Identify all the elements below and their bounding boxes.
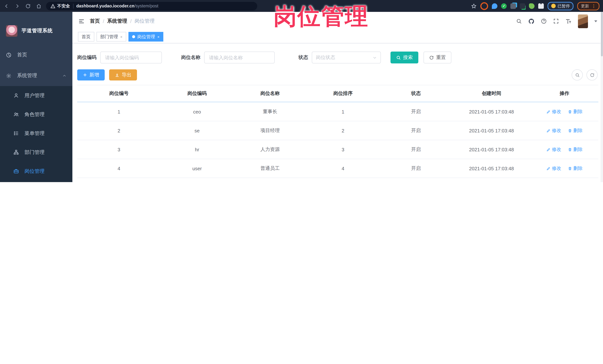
back-icon[interactable] xyxy=(4,3,9,9)
edit-link[interactable]: 修改 xyxy=(546,127,561,134)
forward-icon[interactable] xyxy=(14,3,20,9)
reset-button-label: 重置 xyxy=(436,54,446,61)
app-logo[interactable]: 芋道管理系统 xyxy=(0,12,72,44)
sidebar-item-role-management[interactable]: 角色管理 xyxy=(0,105,72,124)
fullscreen-icon[interactable] xyxy=(553,18,559,24)
gear-icon xyxy=(6,73,12,78)
sidebar-item-dept-management[interactable]: 部门管理 xyxy=(0,143,72,162)
post-name-input[interactable] xyxy=(204,52,275,63)
tab-label: 岗位管理 xyxy=(137,33,155,40)
delete-link[interactable]: 删除 xyxy=(568,127,583,134)
edit-link[interactable]: 修改 xyxy=(546,165,561,172)
col-status: 状态 xyxy=(380,85,452,102)
plus-icon xyxy=(83,73,87,77)
breadcrumb-current: 岗位管理 xyxy=(135,18,155,24)
briefcase-icon xyxy=(13,168,19,174)
sidebar-submenu-system: 用户管理 角色管理 菜单管理 部门管理 岗位管理 xyxy=(0,86,72,182)
font-size-icon[interactable] xyxy=(565,18,572,24)
org-tree-icon xyxy=(13,149,19,155)
col-actions: 操作 xyxy=(531,85,598,102)
search-button[interactable]: 搜索 xyxy=(391,52,418,63)
address-bar[interactable]: 不安全 dashboard.yudao.iocoder.cn/system/po… xyxy=(46,2,257,10)
sidebar-item-label: 用户管理 xyxy=(24,92,45,99)
filter-form: 岗位编码 岗位名称 状态 岗位状态 xyxy=(77,52,598,63)
page-content: 岗位编码 岗位名称 状态 岗位状态 xyxy=(72,43,603,182)
col-created: 创建时间 xyxy=(452,85,531,102)
security-warning[interactable]: 不安全 xyxy=(50,3,70,9)
col-post-id: 岗位编号 xyxy=(77,85,161,102)
delete-link[interactable]: 删除 xyxy=(568,165,583,172)
export-button[interactable]: 导出 xyxy=(109,69,137,80)
close-icon[interactable]: × xyxy=(157,35,160,39)
browser-update-button[interactable]: 更新 ⋮ xyxy=(577,2,600,10)
sidebar-item-dict-management[interactable]: 字典管理 xyxy=(0,181,72,182)
cell-status: 开启 xyxy=(380,102,452,121)
cell-name: 人力资源 xyxy=(233,140,306,159)
breadcrumb-separator: / xyxy=(103,18,104,24)
home-icon[interactable] xyxy=(36,3,42,9)
tab-post-management[interactable]: 岗位管理 × xyxy=(128,32,163,42)
delete-link[interactable]: 删除 xyxy=(568,109,583,115)
cell-id: 4 xyxy=(77,159,161,178)
sidebar-item-home[interactable]: 首页 xyxy=(0,44,72,65)
post-code-label: 岗位编码 xyxy=(77,54,96,61)
sidebar-item-label: 系统管理 xyxy=(17,72,37,79)
search-icon[interactable] xyxy=(516,18,522,24)
sidebar-item-system-management[interactable]: 系统管理 xyxy=(0,65,72,86)
sidebar-collapse-icon[interactable] xyxy=(78,18,85,24)
url-path: /system/post xyxy=(134,4,158,8)
trash-icon xyxy=(568,129,572,132)
close-icon[interactable]: × xyxy=(120,35,123,39)
add-button[interactable]: 新增 xyxy=(77,69,105,80)
edit-link[interactable]: 修改 xyxy=(546,146,561,153)
extension-green-check-icon[interactable]: ✓ xyxy=(501,3,507,9)
table-row: 3 hr 人力资源 3 开启 2021-01-05 17:03:48 修改 删除 xyxy=(77,140,598,159)
sidebar-item-menu-management[interactable]: 菜单管理 xyxy=(0,124,72,143)
extension-tag-manager-icon[interactable] xyxy=(520,3,525,9)
help-icon[interactable] xyxy=(541,18,547,24)
reset-button[interactable]: 重置 xyxy=(424,52,451,63)
delete-link[interactable]: 删除 xyxy=(568,146,583,153)
bookmark-star-icon[interactable] xyxy=(471,3,477,9)
cell-sort: 2 xyxy=(306,121,379,140)
status-select[interactable]: 岗位状态 xyxy=(312,52,381,63)
cell-created: 2021-01-05 17:03:48 xyxy=(452,121,531,140)
table-row: 1 ceo 董事长 1 开启 2021-01-05 17:03:48 修改 删除 xyxy=(77,102,598,121)
post-table: 岗位编号 岗位编码 岗位名称 岗位排序 状态 创建时间 操作 1 ceo xyxy=(77,85,598,178)
toggle-search-button[interactable] xyxy=(572,69,583,80)
reload-icon[interactable] xyxy=(25,3,31,9)
tab-dept-management[interactable]: 部门管理 × xyxy=(96,32,126,42)
sidebar-item-post-management[interactable]: 岗位管理 xyxy=(0,162,72,181)
paused-extension-pill[interactable]: 已暂停 xyxy=(547,2,573,10)
post-code-input[interactable] xyxy=(100,52,162,63)
download-icon xyxy=(115,73,119,77)
breadcrumb: 首页 / 系统管理 / 岗位管理 xyxy=(90,18,155,24)
extension-grid-icon[interactable] xyxy=(510,3,516,9)
sidebar-item-user-management[interactable]: 用户管理 xyxy=(0,86,72,105)
users-icon xyxy=(13,112,19,117)
browser-menu-icon[interactable]: ⋮ xyxy=(592,3,596,8)
extension-leaf-icon[interactable] xyxy=(529,3,534,9)
extension-blue-drop-icon[interactable] xyxy=(492,3,497,9)
extension-orange-icon[interactable] xyxy=(480,2,488,10)
github-icon[interactable] xyxy=(528,18,534,24)
breadcrumb-home[interactable]: 首页 xyxy=(90,18,100,24)
warning-icon xyxy=(50,3,55,8)
extensions-puzzle-icon[interactable] xyxy=(538,3,544,9)
table-toolbar: 新增 导出 xyxy=(77,69,598,80)
tab-home[interactable]: 首页 xyxy=(78,32,94,42)
search-icon xyxy=(396,55,401,60)
sidebar: 芋道管理系统 首页 系统管理 用户管理 角色管理 xyxy=(0,12,72,182)
avatar-caret-icon[interactable] xyxy=(594,20,597,22)
cell-sort: 1 xyxy=(306,102,379,121)
col-post-sort: 岗位排序 xyxy=(306,85,379,102)
scrollbar-thumb[interactable] xyxy=(601,12,603,56)
trash-icon xyxy=(568,166,572,170)
breadcrumb-system[interactable]: 系统管理 xyxy=(107,18,127,24)
cell-created: 2021-01-05 17:03:48 xyxy=(452,140,531,159)
edit-link[interactable]: 修改 xyxy=(546,109,561,115)
user-avatar[interactable] xyxy=(578,14,588,28)
refresh-table-button[interactable] xyxy=(587,69,598,80)
page-scrollbar[interactable] xyxy=(601,12,603,182)
breadcrumb-separator: / xyxy=(130,18,132,24)
